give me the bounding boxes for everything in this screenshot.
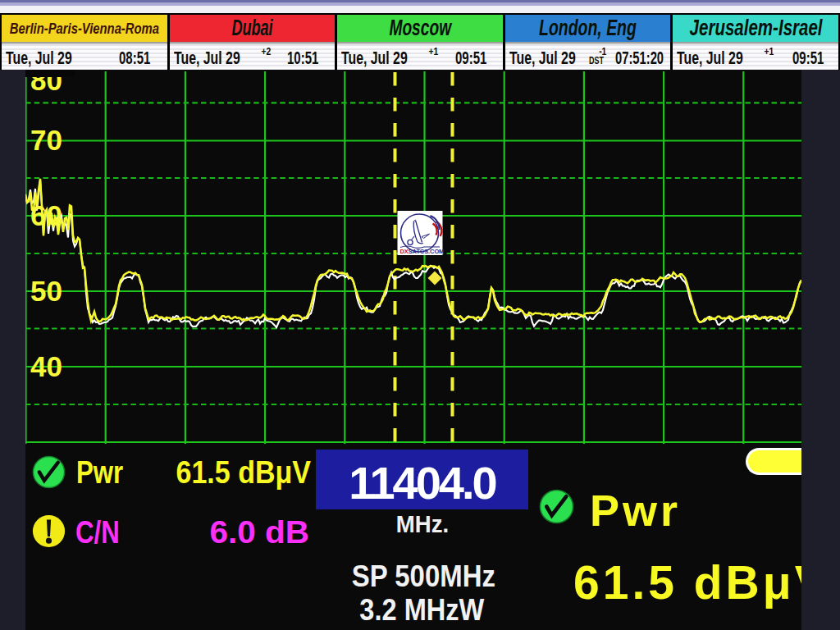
svg-text:40: 40 bbox=[30, 350, 62, 382]
svg-text:80: 80 bbox=[30, 64, 62, 96]
svg-text:60: 60 bbox=[30, 199, 62, 231]
svg-text:70: 70 bbox=[30, 124, 62, 156]
svg-text:DXSATCS.COM: DXSATCS.COM bbox=[400, 248, 445, 255]
svg-text:50: 50 bbox=[30, 275, 62, 307]
